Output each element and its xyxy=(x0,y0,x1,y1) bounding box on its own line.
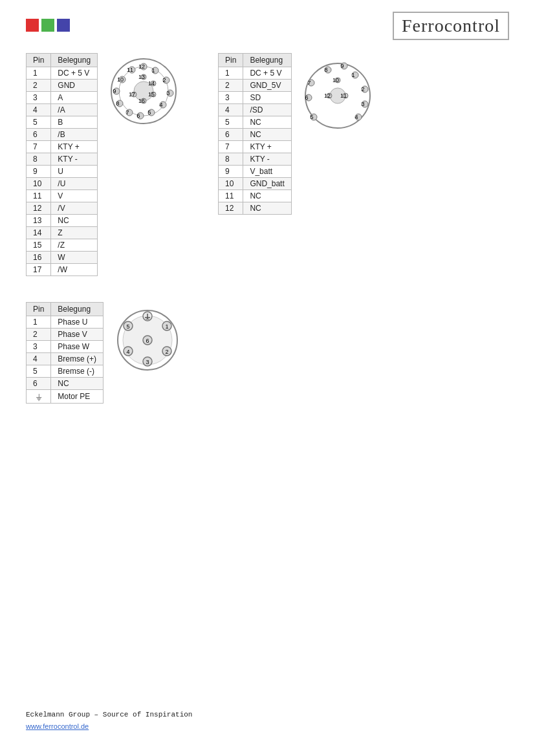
svg-text:8: 8 xyxy=(324,67,327,73)
brand-logo: Ferrocontrol xyxy=(393,12,509,40)
table2-pin: 9 xyxy=(219,166,243,178)
table3-group: Pin Belegung 1Phase U2Phase V3Phase W4Br… xyxy=(26,302,509,404)
table1-col2-header: Belegung xyxy=(51,54,98,67)
svg-text:7: 7 xyxy=(126,109,129,116)
table1-row: 4/A xyxy=(27,104,98,116)
table1-belegung: NC xyxy=(51,215,98,227)
svg-text:3: 3 xyxy=(146,359,149,365)
svg-text:4: 4 xyxy=(355,114,358,120)
table2-pin: 8 xyxy=(219,153,243,166)
table1: Pin Belegung 1DC + 5 V2GND3A4/A5B6/B7KTY… xyxy=(26,53,98,276)
table3-row: 1Phase U xyxy=(27,316,104,329)
table2-col2-header: Belegung xyxy=(243,54,291,67)
table2-row: 3SD xyxy=(219,92,292,104)
svg-text:6: 6 xyxy=(305,94,308,101)
table1-belegung: /A xyxy=(51,104,98,116)
table1-row: 16W xyxy=(27,252,98,264)
table2-row: 9V_batt xyxy=(219,166,292,178)
table3-belegung: Phase W xyxy=(51,341,104,353)
table3-belegung: NC xyxy=(51,378,104,390)
table3-pin: 6 xyxy=(27,378,51,390)
table2-pin: 2 xyxy=(219,80,243,92)
svg-text:14: 14 xyxy=(148,80,155,87)
table2-row: 11NC xyxy=(219,190,292,202)
table1-row: 2GND xyxy=(27,80,98,92)
svg-text:9: 9 xyxy=(113,88,116,94)
table3-pin: 2 xyxy=(27,329,51,341)
table1-pin: 6 xyxy=(27,129,51,141)
footer-url[interactable]: www.ferrocontrol.de xyxy=(26,722,509,730)
table2-pin: 4 xyxy=(219,104,243,116)
table2-pin: 10 xyxy=(219,178,243,190)
table2-row: 10GND_batt xyxy=(219,178,292,190)
table2-belegung: NC xyxy=(243,116,291,129)
svg-text:6: 6 xyxy=(146,338,149,344)
table1-pin: 16 xyxy=(27,252,51,264)
table1-pin: 11 xyxy=(27,190,51,202)
table1-belegung: /V xyxy=(51,202,98,215)
table3-pin: 1 xyxy=(27,316,51,329)
table3-belegung: Motor PE xyxy=(51,390,104,404)
svg-text:10: 10 xyxy=(117,76,124,83)
table1-belegung: /W xyxy=(51,264,98,276)
svg-text:4: 4 xyxy=(160,102,163,108)
table1-pin: 10 xyxy=(27,178,51,190)
table1-row: 1DC + 5 V xyxy=(27,67,98,80)
svg-text:13: 13 xyxy=(138,74,145,80)
header: Ferrocontrol xyxy=(0,0,535,47)
table1-row: 3A xyxy=(27,92,98,104)
svg-text:3: 3 xyxy=(167,90,170,96)
svg-text:8: 8 xyxy=(116,100,120,107)
svg-text:5: 5 xyxy=(148,109,151,116)
svg-text:12: 12 xyxy=(138,63,145,70)
table3-pin: 3 xyxy=(27,341,51,353)
table2-row: 6NC xyxy=(219,129,292,141)
table1-pin: 12 xyxy=(27,202,51,215)
table1-row: 7KTY + xyxy=(27,141,98,153)
svg-text:1: 1 xyxy=(152,67,155,74)
table1-belegung: GND xyxy=(51,80,98,92)
table1-pin: 5 xyxy=(27,116,51,129)
table1-row: 6/B xyxy=(27,129,98,141)
table3-row: 5Bremse (-) xyxy=(27,365,104,378)
svg-text:2: 2 xyxy=(163,77,166,83)
table2-belegung: DC + 5 V xyxy=(243,67,291,80)
table2-col1-header: Pin xyxy=(219,54,243,67)
table2-belegung: GND_batt xyxy=(243,178,291,190)
svg-text:3: 3 xyxy=(361,101,364,107)
table2-pin: 3 xyxy=(219,92,243,104)
svg-text:7: 7 xyxy=(307,80,311,86)
table2-row: 5NC xyxy=(219,116,292,129)
table2-belegung: KTY - xyxy=(243,153,291,166)
table3: Pin Belegung 1Phase U2Phase V3Phase W4Br… xyxy=(26,302,104,404)
table1-row: 15/Z xyxy=(27,239,98,252)
table2-pin: 6 xyxy=(219,129,243,141)
table2-row: 12NC xyxy=(219,202,292,215)
table3-pin: 4 xyxy=(27,353,51,365)
table1-belegung: U xyxy=(51,166,98,178)
svg-text:15: 15 xyxy=(148,91,155,98)
svg-text:1: 1 xyxy=(351,72,355,78)
table2-row: 2GND_5V xyxy=(219,80,292,92)
main-content: Pin Belegung 1DC + 5 V2GND3A4/A5B6/B7KTY… xyxy=(0,47,535,416)
table1-pin: 13 xyxy=(27,215,51,227)
table3-pin: 5 xyxy=(27,365,51,378)
table1-row: 5B xyxy=(27,116,98,129)
table3-col1-header: Pin xyxy=(27,303,51,316)
top-section: Pin Belegung 1DC + 5 V2GND3A4/A5B6/B7KTY… xyxy=(26,53,509,276)
connector1-diagram: 1 2 3 4 5 6 xyxy=(108,56,179,129)
bottom-section: Pin Belegung 1Phase U2Phase V3Phase W4Br… xyxy=(26,302,509,404)
logo-svg xyxy=(26,17,71,35)
table2-belegung: NC xyxy=(243,202,291,215)
table3-row: 6NC xyxy=(27,378,104,390)
table2-row: 1DC + 5 V xyxy=(219,67,292,80)
table3-belegung: Bremse (+) xyxy=(51,353,104,365)
svg-text:2: 2 xyxy=(166,349,169,355)
table1-belegung: W xyxy=(51,252,98,264)
svg-text:5: 5 xyxy=(127,323,130,330)
table1-row: 13NC xyxy=(27,215,98,227)
table1-row: 14Z xyxy=(27,227,98,239)
table1-pin: 2 xyxy=(27,80,51,92)
table1-pin: 4 xyxy=(27,104,51,116)
table2-row: 4/SD xyxy=(219,104,292,116)
